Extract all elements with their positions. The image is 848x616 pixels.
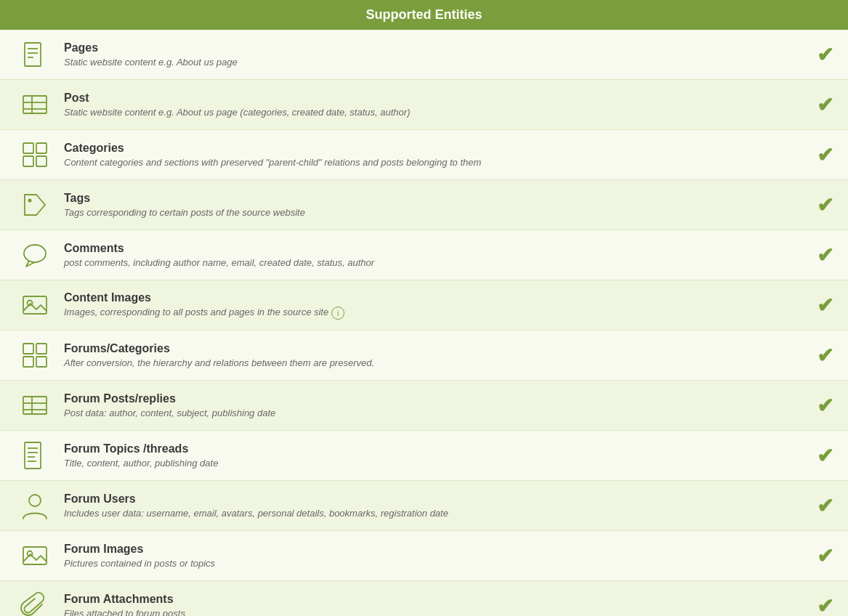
pages-description: Static website content e.g. About us pag… bbox=[64, 57, 797, 68]
comments-description: post comments, including author name, em… bbox=[64, 257, 797, 268]
forum-posts-replies-title: Forum Posts/replies bbox=[64, 392, 797, 405]
tags-title: Tags bbox=[64, 192, 797, 205]
svg-point-13 bbox=[24, 245, 46, 262]
entity-row-forum-topics-threads: Forum Topics /threadsTitle, content, aut… bbox=[0, 431, 848, 481]
entities-list: PagesStatic website content e.g. About u… bbox=[0, 30, 848, 616]
comments-title: Comments bbox=[64, 242, 797, 255]
forum-posts-replies-text: Forum Posts/repliesPost data: author, co… bbox=[55, 392, 797, 418]
svg-rect-4 bbox=[23, 96, 47, 113]
forum-topics-threads-checkmark: ✔ bbox=[797, 444, 833, 468]
entity-row-forum-posts-replies: Forum Posts/repliesPost data: author, co… bbox=[0, 381, 848, 431]
forum-attachments-text: Forum AttachmentsFiles attached to forum… bbox=[55, 593, 797, 616]
entity-row-comments: Commentspost comments, including author … bbox=[0, 230, 848, 280]
forum-attachments-icon bbox=[15, 591, 55, 616]
content-images-title: Content Images bbox=[64, 291, 797, 304]
forum-users-text: Forum UsersIncludes user data: username,… bbox=[55, 493, 797, 519]
categories-text: CategoriesContent categories and section… bbox=[55, 142, 797, 168]
svg-rect-20 bbox=[23, 397, 47, 414]
content-images-description: Images, corresponding to all posts and p… bbox=[64, 307, 797, 320]
post-icon bbox=[15, 90, 55, 119]
content-images-text: Content ImagesImages, corresponding to a… bbox=[55, 291, 797, 320]
comments-checkmark: ✔ bbox=[797, 243, 833, 267]
pages-text: PagesStatic website content e.g. About u… bbox=[55, 41, 797, 68]
entity-row-post: PostStatic website content e.g. About us… bbox=[0, 80, 848, 130]
post-checkmark: ✔ bbox=[797, 93, 833, 117]
pages-title: Pages bbox=[64, 41, 797, 54]
forums-categories-text: Forums/CategoriesAfter conversion, the h… bbox=[55, 342, 797, 368]
forum-images-text: Forum ImagesPictures contained in posts … bbox=[55, 543, 797, 569]
svg-rect-11 bbox=[36, 156, 47, 166]
svg-rect-19 bbox=[36, 357, 47, 367]
categories-description: Content categories and sections with pre… bbox=[64, 157, 797, 168]
pages-icon bbox=[15, 40, 55, 69]
entity-row-tags: TagsTags corresponding to certain posts … bbox=[0, 180, 848, 230]
forums-categories-icon bbox=[15, 341, 55, 370]
entity-row-forum-images: Forum ImagesPictures contained in posts … bbox=[0, 531, 848, 581]
forum-topics-threads-icon bbox=[15, 441, 55, 470]
forum-posts-replies-checkmark: ✔ bbox=[797, 394, 833, 418]
forum-attachments-checkmark: ✔ bbox=[797, 594, 833, 617]
svg-point-12 bbox=[28, 199, 32, 203]
tags-text: TagsTags corresponding to certain posts … bbox=[55, 192, 797, 218]
entity-row-forums-categories: Forums/CategoriesAfter conversion, the h… bbox=[0, 331, 848, 381]
post-title: Post bbox=[64, 92, 797, 105]
forum-topics-threads-title: Forum Topics /threads bbox=[64, 442, 797, 455]
entity-row-pages: PagesStatic website content e.g. About u… bbox=[0, 30, 848, 80]
entity-row-content-images: Content ImagesImages, corresponding to a… bbox=[0, 280, 848, 331]
content-images-icon bbox=[15, 291, 55, 320]
forums-categories-description: After conversion, the hierarchy and rela… bbox=[64, 357, 797, 368]
forum-topics-threads-text: Forum Topics /threadsTitle, content, aut… bbox=[55, 442, 797, 469]
categories-checkmark: ✔ bbox=[797, 143, 833, 167]
comments-text: Commentspost comments, including author … bbox=[55, 242, 797, 268]
tags-icon bbox=[15, 190, 55, 219]
forum-images-title: Forum Images bbox=[64, 543, 797, 556]
forum-users-title: Forum Users bbox=[64, 493, 797, 506]
forum-posts-replies-icon bbox=[15, 391, 55, 420]
svg-rect-30 bbox=[23, 547, 47, 564]
svg-rect-9 bbox=[36, 143, 47, 153]
svg-rect-0 bbox=[25, 43, 41, 66]
forum-attachments-title: Forum Attachments bbox=[64, 593, 797, 606]
comments-icon bbox=[15, 240, 55, 270]
forum-images-icon bbox=[15, 541, 55, 570]
svg-rect-16 bbox=[23, 344, 33, 354]
svg-rect-14 bbox=[23, 296, 47, 314]
tags-description: Tags corresponding to certain posts of t… bbox=[64, 207, 797, 218]
categories-icon bbox=[15, 140, 55, 169]
post-text: PostStatic website content e.g. About us… bbox=[55, 92, 797, 118]
forum-images-checkmark: ✔ bbox=[797, 544, 833, 568]
header: Supported Entities bbox=[0, 0, 848, 30]
forum-attachments-description: Files attached to forum posts bbox=[64, 608, 797, 616]
forums-categories-checkmark: ✔ bbox=[797, 344, 833, 368]
info-icon[interactable]: i bbox=[331, 307, 344, 320]
post-description: Static website content e.g. About us pag… bbox=[64, 107, 797, 118]
forum-users-description: Includes user data: username, email, ava… bbox=[64, 508, 797, 519]
svg-rect-10 bbox=[23, 156, 33, 166]
entity-row-forum-users: Forum UsersIncludes user data: username,… bbox=[0, 481, 848, 531]
content-images-checkmark: ✔ bbox=[797, 293, 833, 317]
forum-images-description: Pictures contained in posts or topics bbox=[64, 558, 797, 569]
forums-categories-title: Forums/Categories bbox=[64, 342, 797, 355]
entity-row-forum-attachments: Forum AttachmentsFiles attached to forum… bbox=[0, 581, 848, 616]
svg-rect-24 bbox=[25, 442, 41, 469]
categories-title: Categories bbox=[64, 142, 797, 155]
header-title: Supported Entities bbox=[366, 7, 482, 22]
entity-row-categories: CategoriesContent categories and section… bbox=[0, 130, 848, 180]
forum-users-checkmark: ✔ bbox=[797, 494, 833, 518]
svg-rect-8 bbox=[23, 143, 33, 153]
forum-users-icon bbox=[15, 491, 55, 520]
svg-rect-17 bbox=[36, 344, 47, 354]
svg-point-29 bbox=[29, 495, 41, 506]
forum-topics-threads-description: Title, content, author, publishing date bbox=[64, 458, 797, 469]
svg-rect-18 bbox=[23, 357, 33, 367]
pages-checkmark: ✔ bbox=[797, 43, 833, 67]
forum-posts-replies-description: Post data: author, content, subject, pub… bbox=[64, 408, 797, 418]
tags-checkmark: ✔ bbox=[797, 193, 833, 217]
